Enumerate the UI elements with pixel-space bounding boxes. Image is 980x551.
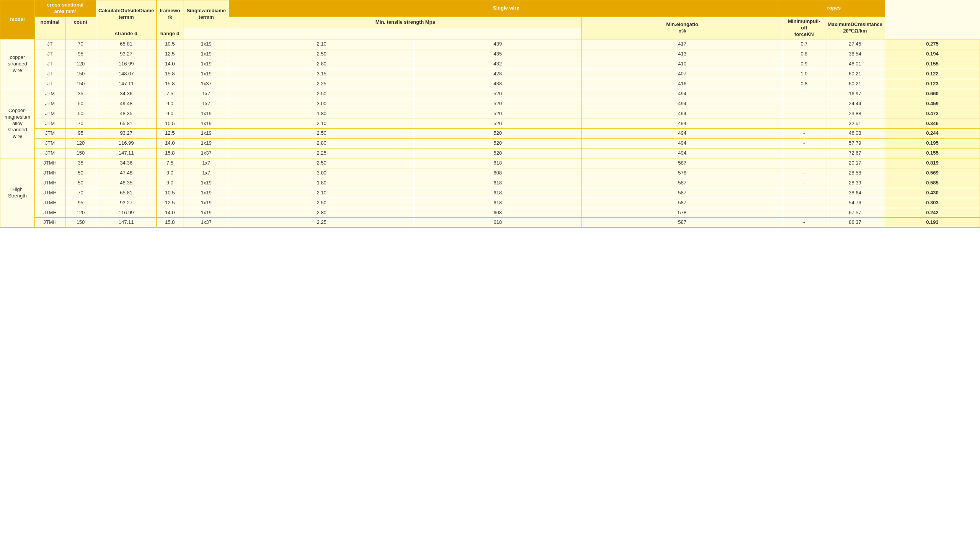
hange-cell: 494 xyxy=(581,99,783,109)
framework-cell: 1x19 xyxy=(183,39,229,49)
strande-cell: 618 xyxy=(414,158,581,168)
hange-cell: 587 xyxy=(581,188,783,198)
count-cell: 49.48 xyxy=(96,99,157,109)
count-cell: 147.11 xyxy=(96,79,157,89)
strande-cell: 428 xyxy=(414,69,581,79)
singlewire-diam-cell: 3.00 xyxy=(229,168,414,178)
nominal-cell: 70 xyxy=(65,39,96,49)
outside-diam-cell: 14.0 xyxy=(157,208,183,218)
hange-cell: 587 xyxy=(581,158,783,168)
strande-cell: 520 xyxy=(414,129,581,139)
strande-cell: 438 xyxy=(414,79,581,89)
framework-cell: 1x7 xyxy=(183,99,229,109)
outside-diam-cell: 9.0 xyxy=(157,168,183,178)
framework-cell: 1x19 xyxy=(183,129,229,139)
pulloff-cell: 28.39 xyxy=(825,178,885,188)
pulloff-cell: 28.58 xyxy=(825,168,885,178)
framework-cell: 1x19 xyxy=(183,178,229,188)
count-cell: 116.99 xyxy=(96,59,157,69)
singlewire-diam-cell: 2.10 xyxy=(229,39,414,49)
row-group-label: High Strength xyxy=(0,158,35,228)
singlewire-diam-cell: 1.80 xyxy=(229,109,414,119)
nominal-cell: 150 xyxy=(65,218,96,228)
dcresistance-cell: 0.193 xyxy=(885,218,980,228)
nominal-cell: 95 xyxy=(65,198,96,208)
main-table: model cross-sectionalarea mm² CalculateO… xyxy=(0,0,980,228)
model-cell: JTM xyxy=(35,119,65,129)
framework-cell: 1x19 xyxy=(183,49,229,59)
dcresistance-cell: 0.303 xyxy=(885,198,980,208)
hange-cell: 587 xyxy=(581,218,783,228)
framework-cell: 1x19 xyxy=(183,208,229,218)
dcresistance-cell: 0.242 xyxy=(885,208,980,218)
framework-cell: 1x19 xyxy=(183,109,229,119)
pulloff-cell: 38.64 xyxy=(825,188,885,198)
count-cell: 65.81 xyxy=(96,39,157,49)
elongation-cell: - xyxy=(783,188,825,198)
elongation-cell: 0.9 xyxy=(783,59,825,69)
nominal-sub-header xyxy=(35,28,65,39)
outside-diam-cell: 7.5 xyxy=(157,158,183,168)
framework-cell: 1x7 xyxy=(183,168,229,178)
outside-diam-cell: 15.8 xyxy=(157,69,183,79)
hange-cell: 494 xyxy=(581,139,783,148)
strande-cell: 520 xyxy=(414,119,581,129)
elongation-header: Min.elongation% xyxy=(581,16,783,39)
elongation-cell: 1.0 xyxy=(783,69,825,79)
pulloff-cell: 48.01 xyxy=(825,59,885,69)
count-cell: 148.07 xyxy=(96,69,157,79)
pulloff-cell: 24.44 xyxy=(825,99,885,109)
elongation-cell xyxy=(783,148,825,158)
framework-header: framework xyxy=(157,0,183,28)
model-cell: JT xyxy=(35,49,65,59)
pulloff-cell: 60.21 xyxy=(825,69,885,79)
dcresistance-cell: 0.122 xyxy=(885,69,980,79)
count-cell: 93.27 xyxy=(96,49,157,59)
nominal-cell: 120 xyxy=(65,208,96,218)
count-cell: 147.11 xyxy=(96,148,157,158)
nominal-cell: 150 xyxy=(65,69,96,79)
model-cell: JTMH xyxy=(35,188,65,198)
nominal-cell: 95 xyxy=(65,49,96,59)
nominal-cell: 50 xyxy=(65,168,96,178)
model-cell: JTMH xyxy=(35,178,65,188)
pulloff-cell: 38.54 xyxy=(825,49,885,59)
pulloff-cell: 46.08 xyxy=(825,129,885,139)
dcresistance-cell: 0.819 xyxy=(885,158,980,168)
singlewire-diam-cell: 2.10 xyxy=(229,188,414,198)
table-wrapper: model cross-sectionalarea mm² CalculateO… xyxy=(0,0,980,228)
strande-cell: 520 xyxy=(414,148,581,158)
dcresistance-cell: 0.194 xyxy=(885,49,980,59)
hange-header: hange d xyxy=(157,28,183,39)
pulloff-cell: 67.57 xyxy=(825,208,885,218)
pulloff-cell: 57.79 xyxy=(825,139,885,148)
strande-cell: 520 xyxy=(414,99,581,109)
outside-diam-cell: 7.5 xyxy=(157,89,183,99)
elongation-cell: - xyxy=(783,168,825,178)
singlewire-diam-cell: 2.25 xyxy=(229,218,414,228)
hange-cell: 413 xyxy=(581,49,783,59)
singlewire-diam-header: Singlewirediametermm xyxy=(183,0,229,28)
elongation-cell: - xyxy=(783,89,825,99)
outside-diam-cell: 15.8 xyxy=(157,79,183,89)
framework-cell: 1x7 xyxy=(183,89,229,99)
count-cell: 48.35 xyxy=(96,178,157,188)
singlewire-diam-cell: 3.15 xyxy=(229,69,414,79)
elongation-cell xyxy=(783,119,825,129)
elongation-cell: - xyxy=(783,218,825,228)
elongation-cell: 0.8 xyxy=(783,79,825,89)
elongation-cell: - xyxy=(783,99,825,109)
pulloff-cell: 72.67 xyxy=(825,148,885,158)
nominal-cell: 70 xyxy=(65,119,96,129)
row-group-label: copper stranded wire xyxy=(0,39,35,89)
dcresistance-cell: 0.459 xyxy=(885,99,980,109)
dcresistance-cell: 0.346 xyxy=(885,119,980,129)
strande-cell: 520 xyxy=(414,139,581,148)
strande-cell: 432 xyxy=(414,59,581,69)
count-cell: 116.99 xyxy=(96,139,157,148)
dcresistance-cell: 0.195 xyxy=(885,139,980,148)
elongation-cell: - xyxy=(783,129,825,139)
framework-cell: 1x37 xyxy=(183,79,229,89)
elongation-cell: 0.7 xyxy=(783,39,825,49)
model-cell: JTMH xyxy=(35,168,65,178)
